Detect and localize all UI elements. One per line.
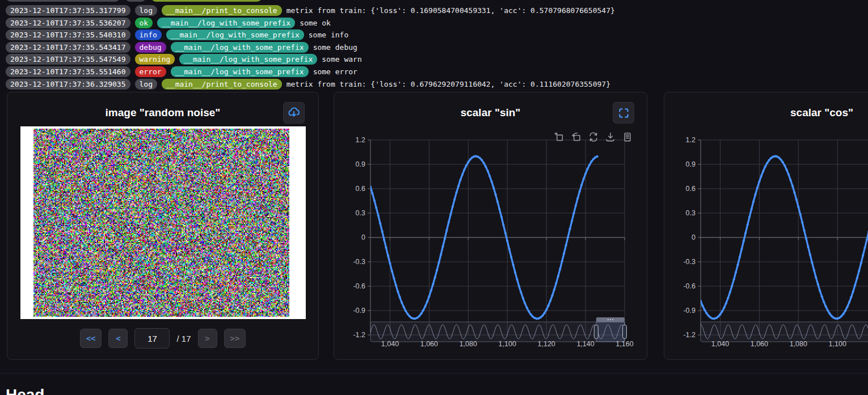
y-axis-label: -0.3 [353, 258, 365, 266]
log-level-badge: log [135, 5, 157, 16]
x-axis-label: 1,040 [381, 340, 399, 348]
area-zoom-icon[interactable] [554, 132, 564, 142]
log-source-badge: __main__/log_with_some_prefix [171, 42, 309, 53]
datazoom-handle-right[interactable] [623, 325, 627, 339]
log-timestamp-badge: 2023-12-10T17:37:35.540310 [6, 29, 130, 40]
page-number-input[interactable] [134, 328, 170, 349]
log-timestamp-badge: 2023-12-10T17:37:35.543417 [6, 42, 130, 53]
log-message: some error [313, 67, 357, 76]
first-page-button[interactable]: << [80, 329, 102, 348]
y-axis-label: 1.2 [686, 136, 696, 144]
data-view-icon[interactable] [622, 132, 632, 142]
chart-toolbox [554, 132, 632, 142]
image-card-title: image "random noise" [7, 107, 318, 119]
log-row: 2023-12-10T17:37:35.536207ok__main__/log… [6, 18, 868, 28]
x-axis-label: 1,140 [576, 340, 594, 348]
y-axis-label: 0 [692, 233, 696, 241]
log-message: some info [309, 31, 348, 39]
x-axis-label: 1,120 [538, 340, 555, 348]
next-page-button[interactable]: > [198, 329, 217, 348]
log-level-badge: warning [135, 54, 175, 65]
log-timestamp-badge: 2023-12-10T17:37:35.317799 [6, 5, 130, 16]
x-axis-label: 1,080 [790, 340, 807, 348]
download-image-button[interactable] [283, 102, 305, 124]
fullscreen-button[interactable] [613, 102, 634, 124]
log-timestamp-badge: 2023-12-10T17:37:36.329035 [6, 79, 130, 90]
random-noise-image [33, 129, 289, 317]
cloud-download-icon [288, 107, 300, 119]
datazoom-slider[interactable] [701, 322, 868, 342]
scalar-cos-card: 1,0401,0601,0801,1001,1201,1401,1601.20.… [664, 92, 868, 360]
cos-chart[interactable]: 1,0401,0601,0801,1001,1201,1401,1601.20.… [664, 92, 868, 360]
x-axis-label: 1,100 [499, 340, 516, 348]
log-level-badge: info [135, 29, 162, 40]
y-axis-label: 0.3 [356, 209, 365, 217]
page-total-label: / 17 [176, 334, 191, 343]
log-timestamp-badge: 2023-12-10T17:37:35.536207 [6, 18, 130, 28]
log-timestamp-badge [6, 0, 120, 2]
log-level-badge [125, 0, 146, 2]
y-axis-label: -0.9 [353, 307, 365, 315]
prev-page-button[interactable]: < [108, 329, 128, 348]
y-axis-label: 0.9 [356, 160, 365, 168]
log-rows: 2023-12-10T17:37:35.317799log__main__/pr… [0, 3, 868, 90]
x-axis-label: 1,100 [829, 340, 846, 348]
y-axis-label: 0.3 [686, 209, 696, 217]
y-axis-label: 1.2 [356, 136, 365, 144]
log-row: 2023-12-10T17:37:35.551460error__main__/… [6, 66, 868, 77]
log-console: 2023-12-10T17:37:35.317799log__main__/pr… [0, 0, 868, 91]
last-page-button[interactable]: >> [224, 329, 246, 348]
image-card: image "random noise" << < / 17 > >> [7, 92, 319, 360]
log-row: 2023-12-10T17:37:36.329035log__main__/pr… [6, 79, 868, 90]
save-image-icon[interactable] [605, 132, 615, 142]
log-timestamp-badge: 2023-12-10T17:37:35.547549 [6, 54, 130, 65]
log-level-badge: error [135, 66, 166, 77]
y-axis-label: -0.3 [683, 258, 696, 266]
log-timestamp-badge: 2023-12-10T17:37:35.551460 [6, 66, 130, 77]
image-pagination: << < / 17 > >> [7, 328, 318, 349]
y-axis-label: 0 [361, 233, 365, 241]
section-divider [0, 373, 868, 373]
x-axis-label: 1,060 [420, 340, 438, 348]
log-source-badge: __main__/print_to_console [162, 79, 282, 90]
log-message: some warn [322, 55, 361, 63]
log-source-badge [151, 0, 262, 2]
log-source-badge: __main__/log_with_some_prefix [166, 29, 304, 40]
fullscreen-icon [618, 108, 629, 118]
scalar-sin-card: 1,0401,0601,0801,1001,1201,1401,1601.20.… [334, 92, 647, 360]
sin-card-title: scalar "sin" [334, 107, 647, 119]
restore-icon[interactable] [588, 132, 598, 142]
x-axis-label: 1,060 [751, 340, 768, 348]
log-source-badge: __main__/log_with_some_prefix [179, 54, 317, 65]
x-axis-label: 1,080 [460, 340, 477, 348]
y-axis-label: -0.6 [353, 282, 365, 290]
image-frame [20, 126, 306, 319]
next-section-heading: Head [6, 386, 44, 395]
y-axis-label: -0.9 [683, 307, 696, 315]
log-row: 2023-12-10T17:37:35.543417debug__main__/… [6, 42, 868, 53]
x-axis-label: 1,040 [711, 340, 729, 348]
y-axis-label: -0.6 [683, 282, 696, 290]
log-level-badge: log [135, 79, 157, 90]
datazoom-window[interactable] [596, 322, 625, 342]
log-level-badge: ok [135, 18, 153, 28]
log-row: 2023-12-10T17:37:35.540310info__main__/l… [6, 29, 868, 40]
log-message: metrix from train: {'loss': 0.1690584700… [286, 6, 615, 15]
datazoom-handle-left[interactable] [594, 325, 598, 339]
log-row-partial [0, 0, 868, 3]
zoom-reset-icon[interactable] [571, 132, 581, 142]
log-source-badge: __main__/print_to_console [162, 5, 282, 16]
log-row: 2023-12-10T17:37:35.547549warning__main_… [6, 54, 868, 65]
y-axis-label: -1.2 [683, 331, 696, 339]
y-axis-label: 0.6 [686, 185, 696, 193]
y-axis-label: -1.2 [353, 331, 365, 339]
log-row: 2023-12-10T17:37:35.317799log__main__/pr… [6, 5, 868, 16]
log-message: some ok [300, 19, 331, 27]
y-axis-label: 0.9 [686, 160, 696, 168]
log-source-badge: __main__/log_with_some_prefix [157, 18, 295, 28]
log-message: metrix from train: {'loss': 0.6796292079… [286, 80, 610, 88]
log-message: some debug [313, 43, 357, 52]
cos-card-title: scalar "cos" [664, 107, 868, 119]
log-level-badge: debug [135, 42, 166, 53]
y-axis-label: 0.6 [356, 185, 365, 193]
